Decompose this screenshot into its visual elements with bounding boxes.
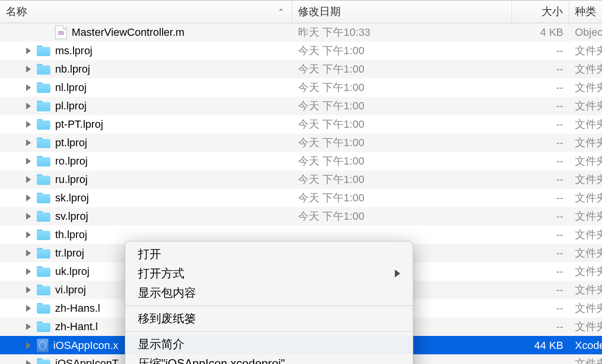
date-cell: 今天 下午1:00 [292,80,512,95]
folder-icon [37,229,50,240]
size-cell: 4 KB [512,26,569,39]
disclosure-triangle-icon[interactable] [26,213,31,220]
disclosure-triangle-icon[interactable] [26,287,31,293]
folder-icon [37,358,50,364]
table-row[interactable]: sv.lproj今天 下午1:00--文件夹 [0,207,602,226]
disclosure-triangle-icon[interactable] [26,195,31,201]
size-cell: -- [512,284,569,296]
folder-icon [37,46,50,56]
size-cell: -- [512,210,569,223]
menu-compress-label: 压缩"iOSAppIcon.xcodeproj" [138,356,285,364]
menu-show-package-contents[interactable]: 显示包内容 [125,283,413,303]
table-row[interactable]: ro.lproj今天 下午1:00--文件夹 [0,152,602,170]
folder-icon [37,156,50,167]
column-kind-label: 种类 [575,4,596,19]
file-name: ru.lproj [55,173,88,186]
menu-divider [125,331,413,332]
size-cell: -- [512,118,569,131]
disclosure-triangle-icon[interactable] [26,268,31,275]
column-name-header[interactable]: 名称 ⌃ [0,0,292,23]
file-name: sk.lproj [55,192,89,204]
name-cell: th.lproj [0,228,292,241]
kind-cell: 文件夹 [569,99,602,113]
size-cell: -- [512,265,569,278]
table-row[interactable]: pt-PT.lproj今天 下午1:00--文件夹 [0,115,602,134]
submenu-arrow-icon [395,270,400,277]
name-cell: pt.lproj [0,136,292,149]
file-name: nl.lproj [55,81,87,94]
date-cell: 今天 下午1:00 [292,154,512,168]
folder-icon [37,174,50,185]
column-date-header[interactable]: 修改日期 [292,0,512,23]
menu-get-info[interactable]: 显示简介 [125,334,413,354]
disclosure-triangle-icon[interactable] [26,323,31,330]
table-row[interactable]: pl.lproj今天 下午1:00--文件夹 [0,97,602,115]
size-cell: -- [512,45,569,57]
file-name: ms.lproj [55,45,92,57]
column-kind-header[interactable]: 种类 [569,0,602,23]
date-cell: 今天 下午1:00 [292,136,512,150]
table-row[interactable]: nl.lproj今天 下午1:00--文件夹 [0,78,602,97]
kind-cell: 文件夹 [569,246,602,260]
folder-icon [37,266,50,277]
column-name-label: 名称 [6,4,27,19]
menu-open-with[interactable]: 打开方式 [125,264,413,283]
column-date-label: 修改日期 [298,4,341,19]
folder-icon [37,248,50,258]
column-size-header[interactable]: 大小 [512,0,569,23]
table-row[interactable]: nb.lproj今天 下午1:00--文件夹 [0,60,602,78]
date-cell: 今天 下午1:00 [292,191,512,205]
disclosure-triangle-icon[interactable] [26,176,31,183]
xcode-project-icon [37,339,48,352]
disclosure-triangle-icon[interactable] [26,84,31,91]
disclosure-triangle-icon[interactable] [26,231,31,238]
table-row[interactable]: pt.lproj今天 下午1:00--文件夹 [0,134,602,152]
table-row[interactable]: ms.lproj今天 下午1:00--文件夹 [0,42,602,60]
menu-open-label: 打开 [138,246,161,262]
table-row[interactable]: ru.lproj今天 下午1:00--文件夹 [0,170,602,189]
folder-icon [37,321,50,332]
disclosure-triangle-icon[interactable] [26,47,31,54]
size-cell: -- [512,155,569,167]
disclosure-triangle-icon[interactable] [26,158,31,165]
disclosure-triangle-icon[interactable] [26,250,31,257]
disclosure-triangle-icon[interactable] [26,121,31,128]
menu-divider [125,305,413,306]
size-cell: -- [512,136,569,149]
kind-cell: 文件夹 [569,80,602,95]
menu-compress[interactable]: 压缩"iOSAppIcon.xcodeproj" [125,354,413,364]
date-cell: 今天 下午1:00 [292,117,512,132]
disclosure-triangle-icon[interactable] [26,342,31,349]
folder-icon [37,64,50,75]
kind-cell: 文件夹 [569,264,602,279]
disclosure-triangle-icon[interactable] [26,103,31,109]
size-cell: -- [512,63,569,76]
kind-cell: 文件夹 [569,319,602,334]
sort-ascending-icon: ⌃ [278,7,284,16]
table-row[interactable]: sk.lproj今天 下午1:00--文件夹 [0,189,602,207]
size-cell: 44 KB [512,339,569,352]
folder-icon [37,211,50,222]
file-name: iOSAppIcon.x [53,339,119,352]
menu-open[interactable]: 打开 [125,244,413,264]
disclosure-triangle-icon[interactable] [26,305,31,312]
file-name: nb.lproj [55,63,90,76]
kind-cell: 文件夹 [569,44,602,58]
disclosure-triangle-icon[interactable] [26,139,31,146]
kind-cell: 文件夹 [569,356,602,364]
file-name: iOSAppIconT [55,357,119,364]
date-cell: 昨天 下午10:33 [292,25,512,40]
kind-cell: 文件夹 [569,117,602,132]
name-cell: MasterViewController.m [0,26,292,39]
size-cell: -- [512,247,569,259]
disclosure-triangle-icon[interactable] [26,66,31,73]
disclosure-triangle-icon[interactable] [26,360,31,364]
size-cell: -- [512,320,569,333]
kind-cell: 文件夹 [569,283,602,297]
kind-cell: 文件夹 [569,154,602,168]
date-cell: 今天 下午1:00 [292,172,512,187]
file-name: pt.lproj [55,136,87,149]
kind-cell: 文件夹 [569,209,602,224]
menu-move-to-trash[interactable]: 移到废纸篓 [125,309,413,328]
table-row[interactable]: MasterViewController.m昨天 下午10:334 KBObje… [0,23,602,42]
